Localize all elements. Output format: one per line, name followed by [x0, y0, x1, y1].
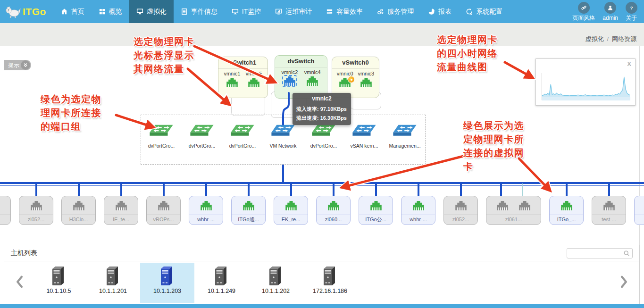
port-group-node[interactable]: dvPortGro...: [182, 125, 222, 164]
nav-item-service[interactable]: 服务管理: [370, 0, 421, 23]
switch-box-vSwitch0: vSwitch0vmnic0vmnic3: [332, 57, 379, 98]
vm-nic-icon: [243, 201, 254, 210]
nav-item-capacity[interactable]: 容量效率: [319, 0, 370, 23]
nav-item-label: 概览: [109, 8, 122, 16]
host-item[interactable]: 10.1.10.5: [32, 263, 86, 303]
host-list-title: 主机列表: [11, 249, 37, 258]
grid-icon: [99, 8, 106, 15]
breadcrumb-item-virtualization[interactable]: 虚拟化: [585, 35, 603, 42]
physical-nic-vmnic1[interactable]: vmnic1: [224, 71, 240, 87]
vm-card[interactable]: zl052...: [443, 196, 478, 225]
vm-card-slot: test-...: [592, 196, 626, 225]
physical-nic-vmnic2[interactable]: vmnic2: [281, 69, 298, 86]
vm-wire: [205, 183, 207, 196]
nav-item-events[interactable]: 事件信息: [174, 0, 225, 23]
hint-label: 提示: [8, 61, 19, 69]
bottom-bar: [0, 304, 644, 308]
vm-nic-icon: [116, 201, 127, 210]
vm-name: zl052...: [444, 215, 477, 225]
vm-card[interactable]: ITGo通...: [231, 196, 266, 225]
vm-card[interactable]: vROPs...: [146, 196, 181, 225]
nav-item-label: 系统配置: [476, 8, 502, 16]
vm-card-slot: whhr-...: [401, 196, 435, 225]
port-group-node[interactable]: vSAN kern...: [344, 125, 385, 164]
physical-nic-vmnic3[interactable]: vmnic3: [358, 71, 374, 87]
portgroup-trunk-wire: [282, 165, 284, 184]
gear-icon: [466, 8, 473, 15]
port-group-node[interactable]: dvPortGro...: [222, 125, 263, 164]
nav-item-ops-audit[interactable]: 运维审计: [268, 0, 319, 23]
server-icon: [326, 8, 333, 15]
nav-item-overview[interactable]: 概览: [92, 0, 129, 23]
vm-card[interactable]: test-...: [592, 196, 626, 225]
vm-nic-icon: [455, 201, 467, 210]
host-strip: 10.1.10.510.1.1.20110.1.1.20310.1.1.2491…: [32, 263, 357, 303]
nav-item-sysconfig[interactable]: 系统配置: [459, 0, 510, 23]
vm-card[interactable]: zl061...: [486, 196, 541, 225]
vm-card[interactable]: [634, 196, 644, 225]
breadcrumb-separator: /: [607, 35, 609, 42]
nav-item-home[interactable]: 首页: [54, 0, 92, 23]
vm-name: whhr-...: [189, 215, 223, 225]
vm-card-slot: ITGo通...: [231, 196, 266, 225]
physical-nic-vmnic5[interactable]: vmnic5: [246, 71, 262, 87]
breadcrumb-item-network[interactable]: 网络资源: [612, 35, 636, 42]
host-item[interactable]: 10.1.1.202: [249, 263, 303, 303]
vm-card[interactable]: zl060...: [316, 196, 351, 225]
nav-item-label: IT监控: [242, 8, 261, 16]
vm-card-slot: ITGo公...: [359, 196, 393, 225]
vm-name: H3Clo...: [62, 215, 95, 225]
port-group-node[interactable]: dvPortGro...: [303, 125, 344, 164]
nav-action-about[interactable]: ?关于: [626, 2, 637, 21]
nic-label: vmnic5: [246, 71, 262, 76]
question-icon: ?: [626, 2, 637, 14]
pie-icon: [428, 8, 435, 15]
vm-card-slot: H3Clo...: [61, 196, 96, 225]
brand-name: ITGo: [23, 6, 46, 17]
vm-card[interactable]: IE_te...: [104, 196, 138, 225]
vm-nic-icon: [158, 201, 169, 210]
nav-item-label: 运维审计: [285, 8, 312, 16]
vm-card[interactable]: EK_re...: [274, 196, 308, 225]
host-item[interactable]: 172.16.1.186: [303, 263, 357, 303]
host-item[interactable]: 10.1.1.201: [86, 263, 140, 303]
vm-card[interactable]: [0, 196, 11, 225]
server-tower-icon: [52, 266, 66, 286]
port-group-node[interactable]: VM Network: [263, 125, 303, 164]
nav-menu: 首页概览虚拟化事件信息IT监控运维审计容量效率服务管理报表系统配置: [54, 0, 510, 23]
vm-card[interactable]: whhr-...: [401, 196, 435, 225]
vm-wire: [290, 183, 292, 196]
nav-item-virtualization[interactable]: 虚拟化: [129, 0, 174, 23]
prev-page-chevron-icon[interactable]: [16, 275, 24, 288]
host-item[interactable]: 10.1.1.203: [140, 263, 194, 303]
hint-button[interactable]: 提示: [4, 60, 31, 70]
port-group-label: dvPortGro...: [310, 143, 337, 149]
port-group-node[interactable]: dvPortGro...: [141, 125, 182, 164]
vm-card[interactable]: ITGo公...: [359, 196, 393, 225]
nav-action-page-style[interactable]: 页面风格: [572, 2, 595, 21]
vm-card[interactable]: H3Clo...: [61, 196, 96, 225]
vm-card[interactable]: ITGo_...: [549, 196, 584, 225]
switch-name: dvSwitch: [275, 56, 327, 67]
nav-item-report[interactable]: 报表: [421, 0, 459, 23]
nav-action-admin[interactable]: admin: [602, 2, 618, 21]
app: ITGo 首页概览虚拟化事件信息IT监控运维审计容量效率服务管理报表系统配置 页…: [0, 0, 644, 308]
tooltip-row-out: 流出速度: 16.30KBps: [293, 113, 351, 125]
nic-icon: [284, 76, 296, 86]
host-item[interactable]: 10.1.1.249: [194, 263, 249, 303]
vm-wire: [35, 183, 37, 196]
dog-logo-icon: [5, 5, 21, 18]
port-group-row: dvPortGro...dvPortGro...dvPortGro...VM N…: [141, 115, 425, 164]
vm-wire: [460, 183, 462, 196]
port-group-node[interactable]: Managemen...: [385, 125, 425, 164]
host-search-input[interactable]: [567, 248, 633, 258]
close-icon[interactable]: X: [627, 60, 631, 67]
next-page-chevron-icon[interactable]: [620, 275, 628, 288]
host-ip: 10.1.1.202: [262, 288, 290, 294]
vm-card[interactable]: zl052...: [19, 196, 53, 225]
host-ip: 172.16.1.186: [313, 288, 347, 294]
physical-nic-vmnic4[interactable]: vmnic4: [304, 69, 321, 86]
vm-card[interactable]: whhr-...: [189, 196, 223, 225]
physical-nic-vmnic0[interactable]: vmnic0: [337, 71, 353, 87]
nav-item-it-monitor[interactable]: IT监控: [225, 0, 268, 23]
